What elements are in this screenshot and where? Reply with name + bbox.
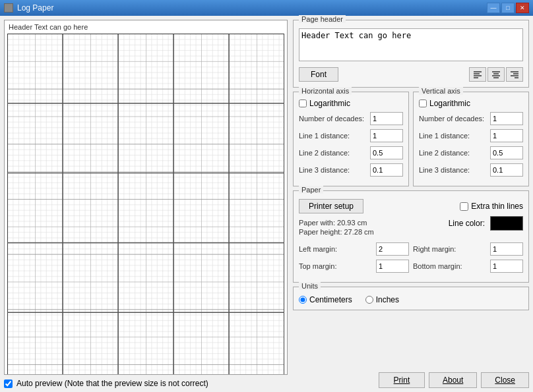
svg-rect-5 [7, 34, 284, 375]
h-line1-label: Line 1 distance: [299, 132, 370, 140]
paper-info: Paper with: 20.93 cm Paper height: 27.28… [299, 219, 374, 237]
margins-area: Left margin: Top margin: Right margin: [299, 242, 523, 277]
preview-header-text: Header Text can go here [7, 23, 284, 31]
minimize-button[interactable]: — [487, 3, 500, 13]
left-margin-input[interactable] [376, 242, 409, 256]
auto-preview-label: Auto preview (Note that the preview size… [16, 379, 208, 388]
close-window-button[interactable]: ✕ [516, 3, 529, 13]
bottom-buttons: Print About Close [293, 370, 529, 388]
right-margin-input[interactable] [490, 242, 523, 256]
vertical-axis-group: Vertical axis Logarithmic Number of deca… [413, 92, 529, 186]
h-decades-label: Number of decades: [299, 115, 370, 123]
paper-group: Paper Printer setup Extra thin lines Pap… [293, 190, 529, 283]
controls-panel: Page header Font [293, 20, 529, 388]
paper-group-title: Paper [299, 186, 323, 194]
extra-thin-label: Extra thin lines [471, 202, 523, 211]
vertical-axis-title: Vertical axis [419, 87, 463, 95]
h-line2-label: Line 2 distance: [299, 149, 370, 157]
maximize-button[interactable]: □ [501, 3, 515, 13]
h-logarithmic-label: Logarithmic [309, 99, 350, 108]
h-decades-input[interactable] [370, 112, 403, 125]
page-header-group: Page header Font [293, 20, 529, 88]
top-margin-label: Top margin: [299, 262, 376, 270]
v-line1-label: Line 1 distance: [419, 132, 490, 140]
v-decades-label: Number of decades: [419, 115, 490, 123]
line-color-row: Line color: [449, 216, 523, 231]
preview-panel: Header Text can go here [4, 20, 288, 388]
printer-setup-button[interactable]: Printer setup [299, 199, 363, 213]
align-right-button[interactable] [506, 67, 523, 82]
line-color-swatch[interactable] [490, 216, 523, 231]
v-line1-input[interactable] [490, 129, 523, 142]
inches-label: Inches [376, 295, 399, 304]
extra-thin-checkbox[interactable] [460, 202, 468, 211]
title-bar: Log Paper — □ ✕ [0, 0, 533, 16]
window-title: Log Paper [17, 3, 53, 13]
app-icon [4, 3, 13, 13]
page-header-group-title: Page header [299, 15, 346, 23]
units-group: Units Centimeters Inches [293, 287, 529, 310]
v-line3-label: Line 3 distance: [419, 166, 490, 174]
h-line1-input[interactable] [370, 129, 403, 142]
v-logarithmic-checkbox[interactable] [419, 99, 427, 107]
paper-width-text: Paper with: 20.93 cm [299, 219, 374, 227]
align-buttons [469, 67, 523, 82]
page-header-input[interactable] [299, 28, 523, 61]
inches-option: Inches [365, 295, 399, 304]
h-logarithmic-checkbox[interactable] [299, 99, 307, 107]
h-line2-input[interactable] [370, 146, 403, 159]
v-logarithmic-label: Logarithmic [429, 99, 470, 108]
font-button[interactable]: Font [299, 67, 338, 82]
about-button[interactable]: About [429, 372, 477, 388]
v-line2-input[interactable] [490, 146, 523, 159]
paper-preview: Header Text can go here [4, 20, 288, 375]
horizontal-axis-title: Horizontal axis [299, 87, 352, 95]
line-color-label: Line color: [449, 219, 485, 228]
h-line3-input[interactable] [370, 163, 403, 177]
units-group-title: Units [299, 282, 321, 290]
left-margin-label: Left margin: [299, 245, 376, 253]
centimeters-option: Centimeters [299, 295, 352, 304]
axes-row: Horizontal axis Logarithmic Number of de… [293, 92, 529, 186]
horizontal-axis-group: Horizontal axis Logarithmic Number of de… [293, 92, 409, 186]
print-button[interactable]: Print [379, 372, 425, 388]
align-left-button[interactable] [469, 67, 486, 82]
auto-preview-bar: Auto preview (Note that the preview size… [4, 379, 288, 388]
close-button[interactable]: Close [481, 372, 529, 388]
v-line2-label: Line 2 distance: [419, 149, 490, 157]
main-window: Header Text can go here [0, 16, 533, 392]
right-margin-label: Right margin: [413, 245, 490, 253]
h-line3-label: Line 3 distance: [299, 166, 370, 174]
bottom-margin-label: Bottom margin: [413, 262, 490, 270]
bottom-margin-input[interactable] [490, 260, 523, 273]
paper-height-text: Paper height: 27.28 cm [299, 228, 374, 236]
centimeters-radio[interactable] [299, 296, 307, 304]
centimeters-label: Centimeters [309, 295, 352, 304]
align-center-button[interactable] [487, 67, 505, 82]
v-line3-input[interactable] [490, 163, 523, 177]
log-grid-svg [7, 34, 284, 375]
top-margin-input[interactable] [376, 260, 409, 273]
auto-preview-checkbox[interactable] [4, 379, 13, 388]
v-decades-input[interactable] [490, 112, 523, 125]
inches-radio[interactable] [365, 296, 373, 304]
window-controls: — □ ✕ [487, 3, 529, 13]
